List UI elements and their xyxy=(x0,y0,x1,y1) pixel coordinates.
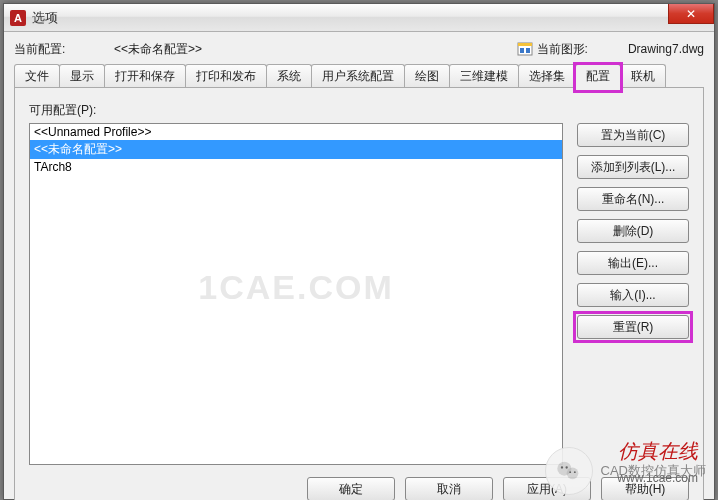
import-button[interactable]: 输入(I)... xyxy=(577,283,689,307)
close-icon: ✕ xyxy=(686,7,696,21)
close-button[interactable]: ✕ xyxy=(668,4,714,24)
titlebar[interactable]: A 选项 ✕ xyxy=(4,4,714,32)
reset-button[interactable]: 重置(R) xyxy=(577,315,689,339)
current-drawing-label: 当前图形: xyxy=(537,41,588,58)
help-button[interactable]: 帮助(H) xyxy=(601,477,689,500)
tab-plot-publish[interactable]: 打印和发布 xyxy=(185,64,267,87)
tab-open-save[interactable]: 打开和保存 xyxy=(104,64,186,87)
app-icon: A xyxy=(10,10,26,26)
delete-button[interactable]: 删除(D) xyxy=(577,219,689,243)
set-current-button[interactable]: 置为当前(C) xyxy=(577,123,689,147)
svg-rect-1 xyxy=(518,43,532,46)
tab-selection[interactable]: 选择集 xyxy=(518,64,576,87)
ok-button[interactable]: 确定 xyxy=(307,477,395,500)
tab-3d-modeling[interactable]: 三维建模 xyxy=(449,64,519,87)
current-profile-value: <<未命名配置>> xyxy=(114,41,517,58)
tab-file[interactable]: 文件 xyxy=(14,64,60,87)
tab-strip: 文件 显示 打开和保存 打印和发布 系统 用户系统配置 绘图 三维建模 选择集 … xyxy=(14,64,704,88)
tab-user-prefs[interactable]: 用户系统配置 xyxy=(311,64,405,87)
current-profile-label: 当前配置: xyxy=(14,41,114,58)
watermark: 1CAE.COM xyxy=(198,268,393,307)
add-to-list-button[interactable]: 添加到列表(L)... xyxy=(577,155,689,179)
options-dialog: A 选项 ✕ 当前配置: <<未命名配置>> 当前图形: Drawing7.dw… xyxy=(3,3,715,500)
profiles-panel: 可用配置(P): <<Unnamed Profile>> <<未命名配置>> T… xyxy=(14,88,704,500)
svg-rect-3 xyxy=(526,48,530,53)
panel-body: <<Unnamed Profile>> <<未命名配置>> TArch8 1CA… xyxy=(29,123,689,465)
info-row: 当前配置: <<未命名配置>> 当前图形: Drawing7.dwg xyxy=(14,38,704,60)
window-title: 选项 xyxy=(32,9,58,27)
rename-button[interactable]: 重命名(N)... xyxy=(577,187,689,211)
tab-profiles[interactable]: 配置 xyxy=(575,64,621,88)
tab-system[interactable]: 系统 xyxy=(266,64,312,87)
current-drawing-value: Drawing7.dwg xyxy=(628,42,704,56)
window-controls: ✕ xyxy=(668,4,714,24)
available-profiles-label: 可用配置(P): xyxy=(29,102,689,119)
list-item[interactable]: <<Unnamed Profile>> xyxy=(30,124,562,140)
dialog-content: 当前配置: <<未命名配置>> 当前图形: Drawing7.dwg 文件 显示… xyxy=(4,32,714,500)
list-item[interactable]: <<未命名配置>> xyxy=(30,140,562,159)
profiles-listbox[interactable]: <<Unnamed Profile>> <<未命名配置>> TArch8 1CA… xyxy=(29,123,563,465)
export-button[interactable]: 输出(E)... xyxy=(577,251,689,275)
list-item[interactable]: TArch8 xyxy=(30,159,562,175)
tab-online[interactable]: 联机 xyxy=(620,64,666,87)
tab-drafting[interactable]: 绘图 xyxy=(404,64,450,87)
apply-button[interactable]: 应用(A) xyxy=(503,477,591,500)
svg-rect-2 xyxy=(520,48,524,53)
dwg-icon xyxy=(517,41,533,57)
side-buttons: 置为当前(C) 添加到列表(L)... 重命名(N)... 删除(D) 输出(E… xyxy=(577,123,689,465)
tab-display[interactable]: 显示 xyxy=(59,64,105,87)
cancel-button[interactable]: 取消 xyxy=(405,477,493,500)
dialog-buttons: 确定 取消 应用(A) 帮助(H) xyxy=(307,477,689,500)
